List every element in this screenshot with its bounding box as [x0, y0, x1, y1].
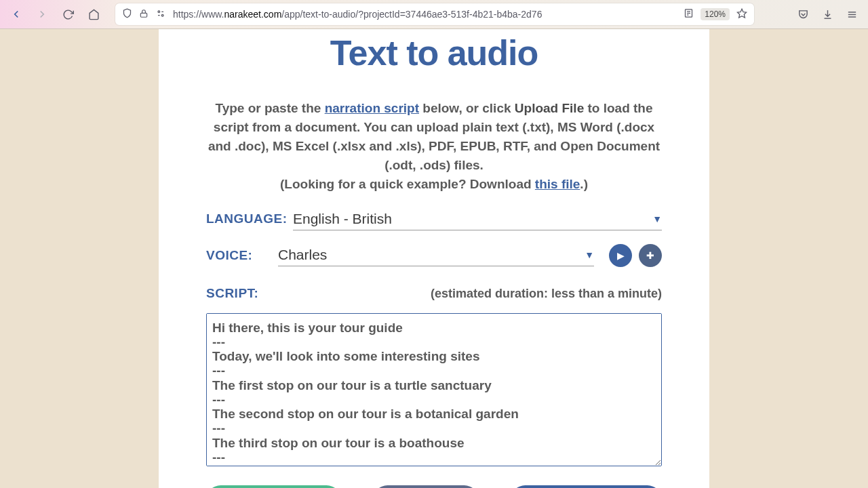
downloads-icon[interactable] — [816, 3, 838, 25]
main-panel: Text to audio Type or paste the narratio… — [159, 29, 709, 488]
pocket-icon[interactable] — [792, 3, 814, 25]
svg-point-2 — [161, 14, 163, 16]
bookmark-star-icon[interactable] — [736, 8, 747, 21]
preview-button[interactable]: PREVIEW — [373, 485, 479, 488]
script-textarea[interactable] — [206, 313, 662, 466]
upload-file-button[interactable]: UPLOAD FILE — [206, 485, 341, 488]
voice-select[interactable]: Charles ▼ — [278, 244, 594, 266]
chevron-down-icon: ▼ — [652, 214, 662, 224]
home-button[interactable] — [83, 3, 104, 25]
hamburger-menu-icon[interactable] — [841, 3, 863, 25]
browser-toolbar: https://www.narakeet.com/app/text-to-aud… — [0, 0, 868, 29]
intro-text: .) — [580, 177, 588, 191]
language-label: LANGUAGE: — [206, 211, 293, 226]
lock-icon — [139, 9, 149, 20]
language-row: LANGUAGE: English - British ▼ — [206, 208, 662, 230]
language-value: English - British — [293, 211, 652, 227]
play-voice-button[interactable]: ▶ — [609, 244, 632, 267]
url-text: https://www.narakeet.com/app/text-to-aud… — [173, 9, 677, 20]
script-header: SCRIPT: (estimated duration: less than a… — [206, 286, 662, 301]
script-label: SCRIPT: — [206, 286, 258, 301]
page-title: Text to audio — [206, 33, 662, 73]
create-audio-button[interactable]: CREATE AUDIO ▶ — [511, 485, 663, 488]
upload-file-strong: Upload File — [515, 101, 584, 115]
back-button[interactable] — [5, 3, 27, 25]
chevron-down-icon: ▼ — [585, 249, 594, 260]
reader-mode-icon[interactable] — [684, 8, 694, 20]
voice-value: Charles — [278, 247, 585, 263]
intro-text: Type or paste the — [215, 101, 324, 115]
voice-row: VOICE: Charles ▼ ▶ ✚ — [206, 244, 662, 267]
add-voice-button[interactable]: ✚ — [639, 244, 662, 267]
reload-button[interactable] — [57, 3, 79, 25]
example-file-link[interactable]: this file — [535, 177, 580, 191]
plus-icon: ✚ — [646, 250, 654, 261]
svg-point-1 — [158, 11, 160, 13]
play-icon: ▶ — [617, 250, 625, 261]
toolbar-right — [792, 3, 863, 25]
intro-text: (Looking for a quick example? Download — [280, 177, 535, 191]
intro-paragraph: Type or paste the narration script below… — [206, 99, 662, 195]
estimated-duration: (estimated duration: less than a minute) — [431, 287, 662, 301]
narration-script-link[interactable]: narration script — [325, 101, 419, 115]
action-buttons: UPLOAD FILE PREVIEW CREATE AUDIO ▶ — [206, 485, 662, 488]
language-select[interactable]: English - British ▼ — [293, 208, 662, 230]
zoom-level-badge[interactable]: 120% — [701, 8, 730, 20]
forward-button[interactable] — [31, 3, 53, 25]
permissions-icon[interactable] — [155, 8, 166, 21]
svg-rect-0 — [140, 13, 146, 17]
shield-icon — [122, 8, 132, 20]
voice-label: VOICE: — [206, 248, 278, 263]
intro-text: below, or click — [419, 101, 515, 115]
svg-marker-7 — [737, 9, 746, 18]
address-bar[interactable]: https://www.narakeet.com/app/text-to-aud… — [115, 3, 754, 25]
